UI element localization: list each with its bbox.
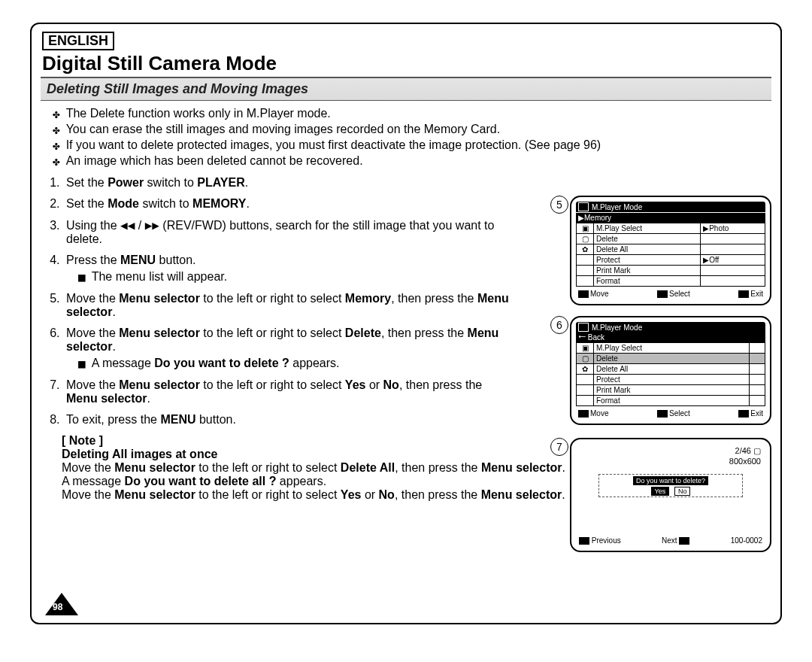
menu-value: ▶Photo [701,223,765,234]
camera-confirm-screen: 2/46 ▢ 800x600 Do you want to delete? Ye… [570,438,771,552]
step-3: Using the ◀◀ / ▶▶ (REV/FWD) buttons, sea… [63,218,516,246]
section-heading: Deleting Still Images and Moving Images [41,77,771,101]
illustration-5: 5 M.Player Mode ▶Memory ▣M.Play Select▶P… [570,196,771,305]
dialog-prompt: Do you want to delete? [633,476,708,485]
image-resolution: 800x600 [729,456,761,466]
illustration-7: 7 2/46 ▢ 800x600 Do you want to delete? … [570,438,771,552]
menu-back: ⭠ Back [576,333,765,342]
step-7: Move the Menu selector to the left or ri… [63,378,516,405]
menu-list: ▣M.Play Select ▢Delete ✿Delete All Prote… [576,342,765,406]
intro-text: You can erase the still images and movin… [66,123,500,136]
intro-text: The Delete function works only in M.Play… [66,107,331,120]
diamond-icon: ✤ [53,123,60,137]
menu-icon: ▣ [577,223,594,234]
intro-text: If you want to delete protected images, … [66,138,601,152]
step-4: Press the MENU button. ■The menu list wi… [63,254,516,284]
square-bullet-icon: ■ [78,357,86,371]
screen-footer: Move Select Exit [576,409,765,418]
image-counter: 2/46 ▢ [729,445,761,456]
menu-label: M.Play Select [594,223,701,234]
no-option: No [674,487,691,496]
camera-screen: M.Player Mode ⭠ Back ▣M.Play Select ▢Del… [570,316,771,425]
language-box: ENGLISH [42,32,114,50]
step-6: Move the Menu selector to the left or ri… [63,326,516,371]
step-number-badge: 7 [550,438,568,456]
camera-screen: M.Player Mode ▶Memory ▣M.Play Select▶Pho… [570,196,771,305]
diamond-icon: ✤ [53,154,60,169]
fwd-icon: ▶▶ [145,218,159,232]
next-icon [679,537,689,545]
diamond-icon: ✤ [53,107,60,121]
step-8: To exit, press the MENU button. [63,413,516,427]
manual-page-frame: ENGLISH Digital Still Camera Mode Deleti… [30,23,782,624]
step-1: Set the Power switch to PLAYER. [63,176,516,190]
diamond-icon: ✤ [53,138,60,153]
intro-bullets: ✤The Delete function works only in M.Pla… [53,107,771,169]
illustration-6: 6 M.Player Mode ⭠ Back ▣M.Play Select ▢D… [570,316,771,425]
prev-icon [579,537,589,545]
screen-footer: Move Select Exit [576,290,765,298]
delete-dialog: Do you want to delete? Yes No [598,474,743,497]
page-number: 98 [53,602,62,612]
rev-icon: ◀◀ [120,218,135,232]
step-2: Set the Mode switch to MEMORY. [63,197,516,211]
page-title: Digital Still Camera Mode [42,52,771,75]
menu-list: ▣M.Play Select▶Photo ▢Delete ✿Delete All… [576,223,765,287]
image-id: 100-0002 [731,536,762,545]
step-number-badge: 6 [550,316,568,334]
play-icon [578,202,589,211]
menu-subheader: ▶Memory [576,213,765,223]
step-5: Move the Menu selector to the left or ri… [63,292,516,319]
play-icon [578,323,589,332]
step-number-badge: 5 [550,196,568,214]
page-number-triangle: 98 [45,593,78,615]
intro-text: An image which has been deleted cannot b… [66,154,363,168]
yes-option: Yes [651,487,670,496]
square-bullet-icon: ■ [78,270,86,284]
